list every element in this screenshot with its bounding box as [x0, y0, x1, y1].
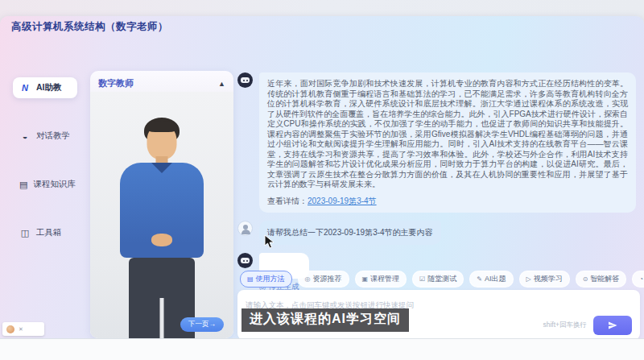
- usage-method-button[interactable]: ▤ 使用方法: [240, 271, 292, 288]
- video-icon: ▷: [526, 275, 531, 283]
- sidebar-item-label: 对话教学: [36, 130, 70, 142]
- ai-logo-icon: N: [19, 82, 31, 93]
- send-button[interactable]: [593, 316, 632, 335]
- app-window: 高级计算机系统结构（数字老师） N AI助教 ◒ 对话教学 ▤ 课程知识库 ◫ …: [0, 16, 644, 338]
- quiz-button[interactable]: ☑ 随堂测试: [412, 271, 464, 288]
- page-title: 高级计算机系统结构（数字老师）: [11, 20, 168, 34]
- next-page-button[interactable]: 下一页→: [180, 317, 224, 332]
- detail-line: 查看详情：2023-09-19第3-4节: [267, 197, 628, 207]
- ai-question-icon: ✎: [477, 275, 482, 283]
- subtitle-overlay: 进入该课程的AI学习空间: [242, 308, 409, 332]
- quiz-icon: ☑: [419, 275, 425, 283]
- resource-recommend-button[interactable]: ◎ 资源推荐: [298, 271, 349, 288]
- knowledge-base-icon: ▤: [19, 179, 28, 190]
- bot-avatar-icon: [237, 253, 253, 268]
- ai-question-button[interactable]: ✎ AI出题: [469, 271, 513, 288]
- ask-icon: ◔: [639, 275, 643, 283]
- send-icon: [608, 321, 617, 330]
- quick-actions-toolbar: ▤ 使用方法 ◎ 资源推荐 ▣ 课程管理 ☑ 随堂测试 ✎ AI出题 ▷ 视频学…: [240, 271, 638, 288]
- sidebar-item-toolbox[interactable]: ◫ 工具箱: [13, 222, 82, 243]
- sidebar-item-knowledge-base[interactable]: ▤ 课程知识库: [13, 174, 82, 195]
- desktop-bottom-strip: [0, 338, 644, 360]
- lesson-detail-link[interactable]: 2023-09-19第3-4节: [308, 197, 377, 205]
- user-message-bubble: 请帮我总结一下2023-09-19第3-4节的主要内容: [259, 221, 441, 245]
- digital-teacher-video: 下一页→: [90, 92, 233, 338]
- user-avatar-icon: [237, 221, 253, 236]
- sidebar: N AI助教 ◒ 对话教学 ▤ 课程知识库 ◫ 工具箱: [0, 53, 89, 338]
- user-message-row: 请帮我总结一下2023-09-19第3-4节的主要内容: [237, 221, 640, 245]
- record-icon: [6, 325, 14, 333]
- sidebar-item-label: 课程知识库: [34, 179, 76, 190]
- course-manage-button[interactable]: ▣ 课程管理: [355, 271, 407, 288]
- newline-hint: shift+回车换行: [543, 321, 587, 330]
- sidebar-item-label: 工具箱: [36, 227, 62, 238]
- bot-avatar-icon: [237, 72, 253, 88]
- sidebar-item-ai-assistant[interactable]: N AI助教: [13, 77, 77, 98]
- teacher-avatar-figure: [101, 113, 222, 338]
- floating-widget[interactable]: ✕: [2, 322, 44, 336]
- resource-icon: ◎: [305, 275, 311, 283]
- dialog-teaching-icon: ◒: [19, 130, 31, 142]
- usage-icon: ▤: [247, 275, 254, 283]
- digital-teacher-panel: 数字教师 ▲ 下一页→: [90, 71, 233, 338]
- bot-message-row: 近年来，面对国际竞争加剧和技术快速发展，计算机专业的教育内容和方式正在经历结构性…: [237, 72, 640, 213]
- answer-icon: ⊙: [583, 275, 588, 283]
- titlebar: 高级计算机系统结构（数字老师）: [0, 16, 644, 37]
- widget-more-icon: ✕: [19, 326, 23, 333]
- bot-message-bubble: 近年来，面对国际竞争加剧和技术快速发展，计算机专业的教育内容和方式正在经历结构性…: [259, 72, 636, 213]
- video-learning-button[interactable]: ▷ 视频学习: [519, 271, 570, 288]
- panel-collapse-icon[interactable]: ▲: [218, 80, 225, 88]
- toolbox-icon: ◫: [19, 227, 31, 238]
- bot-message-text: 近年来，面对国际竞争加剧和技术快速发展，计算机专业的教育内容和方式正在经历结构性…: [267, 79, 628, 188]
- manage-icon: ▣: [362, 275, 369, 283]
- you-can-ask-button[interactable]: ◔ 你可以问: [632, 271, 644, 288]
- sidebar-item-dialog-teaching[interactable]: ◒ 对话教学: [13, 126, 82, 147]
- teacher-panel-title: 数字教师: [98, 77, 134, 89]
- mouse-cursor: [264, 234, 275, 249]
- smart-answer-button[interactable]: ⊙ 智能解答: [576, 271, 627, 288]
- sidebar-item-label: AI助教: [36, 82, 62, 93]
- chat-area: 近年来，面对国际竞争加剧和技术快速发展，计算机专业的教育内容和方式正在经历结构性…: [237, 72, 640, 292]
- detail-label: 查看详情：: [267, 197, 308, 205]
